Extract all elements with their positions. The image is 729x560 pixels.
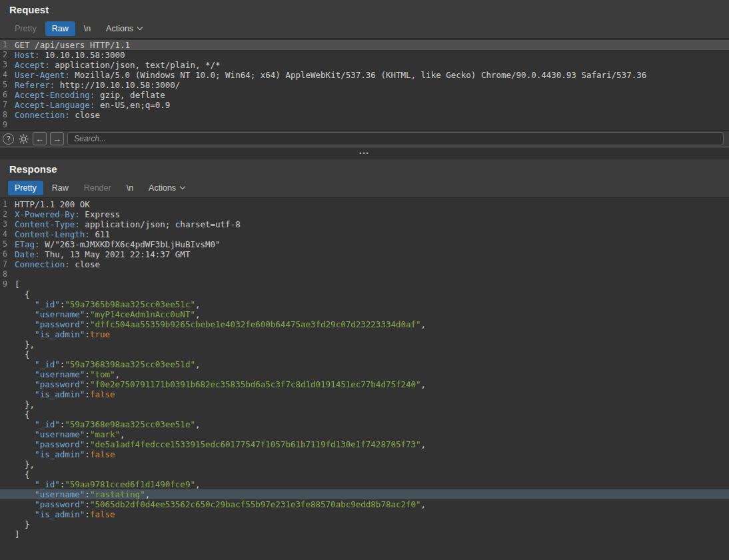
tab-label: Raw — [52, 24, 69, 33]
code-line[interactable]: "is_admin":false — [0, 389, 729, 399]
request-tab-newline[interactable]: \n — [77, 21, 97, 36]
code-line[interactable]: { — [0, 349, 729, 359]
code-line[interactable]: 8Connection: close — [0, 110, 729, 120]
code-line[interactable]: }, — [0, 459, 729, 469]
code-line[interactable]: 2Host: 10.10.10.58:3000 — [0, 50, 729, 60]
code-line[interactable]: "username":"tom", — [0, 369, 729, 379]
code-text: "password":"dffc504aa55359b9265cbebe1e40… — [11, 319, 426, 329]
code-line[interactable]: "_id":"59a7365b98aa325cc03ee51c", — [0, 299, 729, 309]
line-number: 9 — [0, 279, 11, 289]
code-line[interactable]: "password":"dffc504aa55359b9265cbebe1e40… — [0, 319, 729, 329]
tab-label: Actions — [149, 183, 176, 193]
code-text: "password":"f0e2e750791171b0391b682ec358… — [11, 379, 426, 389]
code-line[interactable]: 4User-Agent: Mozilla/5.0 (Windows NT 10.… — [0, 70, 729, 80]
response-tab-render[interactable]: Render — [77, 181, 118, 195]
code-line[interactable]: ] — [0, 529, 729, 539]
code-line[interactable]: 1HTTP/1.1 200 OK — [0, 199, 729, 209]
line-number: 1 — [0, 199, 11, 209]
line-number — [0, 349, 11, 359]
code-text: "_id":"59a7368e98aa325cc03ee51e", — [11, 419, 200, 429]
code-line[interactable]: 3Content-Type: application/json; charset… — [0, 219, 729, 229]
code-line[interactable]: 8 — [0, 269, 729, 279]
code-line[interactable]: "password":"de5a1adf4fedcce1533915edc601… — [0, 439, 729, 449]
code-line[interactable]: "is_admin":true — [0, 329, 729, 339]
code-line[interactable]: "_id":"59a7368e98aa325cc03ee51e", — [0, 419, 729, 429]
code-line[interactable]: "password":"5065db2df0d4ee53562c650c29ba… — [0, 499, 729, 509]
code-line[interactable]: 4Content-Length: 611 — [0, 229, 729, 239]
search-toolbar: ? ← → — [0, 130, 729, 147]
code-text: "is_admin":false — [11, 509, 115, 519]
line-number — [0, 359, 11, 369]
line-number: 8 — [0, 269, 11, 279]
code-text: Referer: http://10.10.10.58:3000/ — [11, 80, 180, 90]
code-line[interactable]: "username":"myP14ceAdm1nAcc0uNT", — [0, 309, 729, 319]
code-text: [ — [11, 279, 20, 289]
line-number — [0, 419, 11, 429]
code-line[interactable]: { — [0, 469, 729, 479]
selected-code-line[interactable]: "username":"rastating", — [0, 489, 729, 499]
request-tab-raw[interactable]: Raw — [45, 21, 75, 36]
code-line[interactable]: 7Accept-Language: en-US,en;q=0.9 — [0, 100, 729, 110]
tab-label: Pretty — [15, 24, 37, 33]
line-number: 6 — [0, 90, 11, 100]
forward-arrow-icon[interactable]: → — [50, 132, 64, 145]
response-editor[interactable]: 1HTTP/1.1 200 OK2X-Powered-By: Express3C… — [0, 198, 729, 560]
line-number: 2 — [0, 209, 11, 219]
request-editor[interactable]: 1GET /api/users HTTP/1.12Host: 10.10.10.… — [0, 39, 729, 130]
code-text: "_id":"59aa9781cced6f1d1490fce9", — [11, 479, 200, 489]
code-line[interactable]: "password":"f0e2e750791171b0391b682ec358… — [0, 379, 729, 389]
request-panel-title: Request — [9, 4, 49, 15]
code-text: { — [11, 469, 30, 479]
line-number — [0, 319, 11, 329]
code-line[interactable]: }, — [0, 339, 729, 349]
request-tab-actions[interactable]: Actions — [99, 21, 149, 36]
line-number: 4 — [0, 229, 11, 239]
response-tab-raw[interactable]: Raw — [45, 181, 75, 195]
code-text: "_id":"59a7368398aa325cc03ee51d", — [11, 359, 200, 369]
response-tab-actions[interactable]: Actions — [142, 181, 191, 195]
help-icon[interactable]: ? — [3, 133, 14, 145]
line-number: 6 — [0, 249, 11, 259]
pane-splitter[interactable]: ••• — [0, 147, 729, 159]
code-line[interactable]: { — [0, 409, 729, 419]
request-tab-pretty[interactable]: Pretty — [8, 21, 43, 36]
code-text: Host: 10.10.10.58:3000 — [11, 50, 125, 60]
selected-code-line[interactable]: 1GET /api/users HTTP/1.1 — [0, 40, 729, 50]
line-number — [0, 529, 11, 539]
line-number — [0, 309, 11, 319]
request-tabbar: PrettyRaw\nActions — [0, 19, 729, 39]
response-tab-newline[interactable]: \n — [120, 181, 140, 195]
line-number — [0, 459, 11, 469]
search-input[interactable] — [67, 132, 724, 145]
back-arrow-icon[interactable]: ← — [33, 132, 47, 145]
line-number: 3 — [0, 219, 11, 229]
code-line[interactable]: }, — [0, 399, 729, 409]
response-tab-pretty[interactable]: Pretty — [8, 181, 43, 195]
code-line[interactable]: 9 — [0, 120, 729, 130]
code-line[interactable]: 6Accept-Encoding: gzip, deflate — [0, 90, 729, 100]
code-line[interactable]: "is_admin":false — [0, 509, 729, 519]
code-line[interactable]: 9[ — [0, 279, 729, 289]
settings-gear-icon[interactable] — [17, 133, 29, 145]
code-line[interactable]: 6Date: Thu, 13 May 2021 22:14:37 GMT — [0, 249, 729, 259]
code-text: "username":"tom", — [11, 369, 120, 379]
code-line[interactable]: } — [0, 519, 729, 529]
line-number — [0, 509, 11, 519]
code-line[interactable]: { — [0, 289, 729, 299]
line-number: 5 — [0, 80, 11, 90]
line-number: 8 — [0, 110, 11, 120]
line-number: 3 — [0, 60, 11, 70]
code-line[interactable]: 5ETag: W/"263-mJMXKDfX6c4pdWF3bLjHuBIvsM… — [0, 239, 729, 249]
code-text: { — [11, 409, 30, 419]
code-text: X-Powered-By: Express — [11, 209, 120, 219]
code-line[interactable]: "_id":"59a7368398aa325cc03ee51d", — [0, 359, 729, 369]
code-line[interactable]: 5Referer: http://10.10.10.58:3000/ — [0, 80, 729, 90]
code-line[interactable]: 7Connection: close — [0, 259, 729, 269]
code-line[interactable]: 2X-Powered-By: Express — [0, 209, 729, 219]
code-text: HTTP/1.1 200 OK — [11, 199, 90, 209]
code-line[interactable]: "username":"mark", — [0, 429, 729, 439]
code-line[interactable]: "is_admin":false — [0, 449, 729, 459]
code-line[interactable]: "_id":"59aa9781cced6f1d1490fce9", — [0, 479, 729, 489]
code-line[interactable]: 3Accept: application/json, text/plain, *… — [0, 60, 729, 70]
tab-label: Render — [84, 183, 111, 193]
